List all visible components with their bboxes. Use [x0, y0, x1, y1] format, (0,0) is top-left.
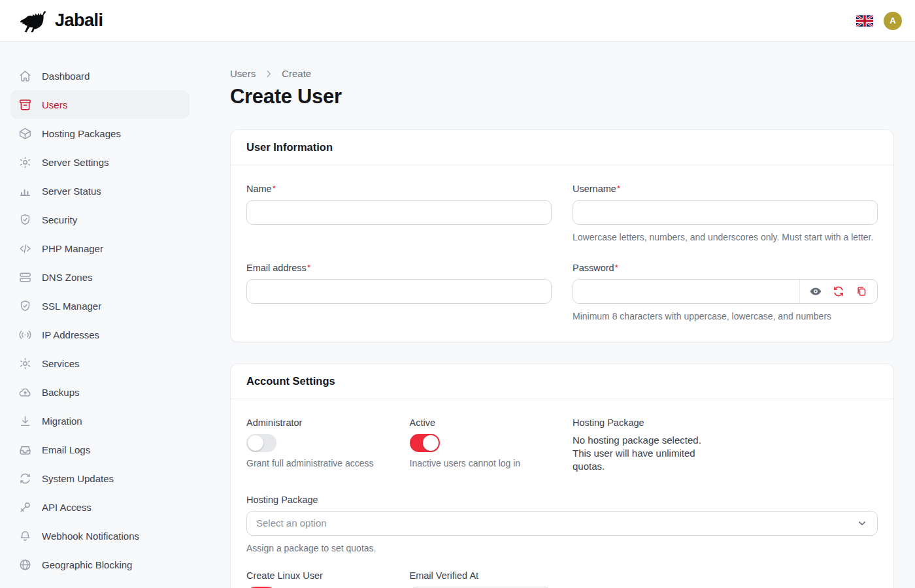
required-asterisk: * — [615, 263, 618, 272]
password-field-group: Password* — [573, 263, 878, 323]
cube-icon — [18, 127, 32, 140]
user-avatar-button[interactable]: A — [884, 12, 902, 30]
sidebar-item-server-status[interactable]: Server Status — [10, 176, 190, 205]
account-settings-card-header: Account Settings — [231, 364, 893, 399]
sidebar-item-label: Security — [42, 214, 77, 225]
email-field-group: Email address* — [246, 263, 552, 323]
sidebar-item-migration[interactable]: Migration — [10, 406, 190, 435]
email-label: Email address* — [246, 263, 552, 273]
signal-icon — [18, 328, 32, 342]
chevron-right-icon — [263, 69, 274, 79]
show-password-button[interactable] — [809, 285, 822, 298]
sidebar-item-security[interactable]: Security — [10, 205, 190, 234]
username-label: Username* — [573, 184, 878, 194]
required-asterisk: * — [617, 184, 620, 193]
sidebar-item-system-updates[interactable]: System Updates — [10, 464, 190, 493]
sidebar-item-label: API Access — [42, 502, 92, 513]
globe-icon — [18, 558, 32, 572]
user-information-card: User Information Name* Username* Lowerca… — [230, 129, 894, 342]
sidebar-item-users[interactable]: Users — [10, 90, 190, 119]
sidebar-item-label: Webhook Notifications — [42, 531, 139, 542]
cloud-arrow-up-icon — [18, 385, 32, 399]
regenerate-icon — [832, 285, 845, 298]
name-field-group: Name* — [246, 184, 552, 244]
shield-check-icon — [18, 213, 32, 227]
sidebar-item-label: Server Status — [42, 186, 101, 197]
sidebar-item-webhook-notifications[interactable]: Webhook Notifications — [10, 521, 190, 550]
language-flag-button[interactable] — [856, 15, 873, 27]
breadcrumb-current: Create — [282, 68, 311, 79]
sidebar-item-dns-zones[interactable]: DNS Zones — [10, 263, 190, 291]
active-label: Active — [410, 417, 552, 428]
copy-icon — [855, 285, 868, 298]
account-settings-card: Account Settings Administrator Grant ful… — [230, 363, 894, 588]
name-label: Name* — [246, 184, 552, 194]
uk-flag-icon — [856, 15, 873, 27]
active-help-text: Inactive users cannot log in — [410, 458, 552, 468]
sidebar-item-services[interactable]: Services — [10, 349, 190, 378]
username-field-group: Username* Lowercase letters, numbers, an… — [573, 184, 878, 244]
sidebar-item-label: PHP Manager — [42, 243, 103, 254]
sidebar-item-backups[interactable]: Backups — [10, 378, 190, 406]
archive-icon — [18, 98, 32, 112]
hosting-package-select[interactable]: Select an option — [246, 511, 878, 536]
sidebar-item-label: Geographic Blocking — [42, 559, 132, 570]
chevron-down-icon — [856, 517, 868, 529]
administrator-field-group: Administrator Grant full administrative … — [246, 417, 389, 474]
email-verified-at-field-group: Email Verified At dd/mm/yyyy — [410, 570, 552, 588]
chart-bar-icon — [18, 184, 32, 198]
inbox-icon — [18, 443, 32, 457]
bell-icon — [18, 529, 32, 543]
shield-check-icon — [18, 299, 32, 313]
administrator-label: Administrator — [246, 417, 389, 428]
sidebar-item-email-logs[interactable]: Email Logs — [10, 435, 190, 464]
sidebar-item-label: DNS Zones — [42, 272, 93, 283]
main-content: Users Create Create User User Informatio… — [199, 42, 915, 588]
sidebar-item-label: IP Addresses — [42, 329, 99, 340]
brand-name: Jabali — [55, 10, 103, 31]
sidebar-item-label: Backups — [42, 387, 80, 398]
boar-logo-icon — [17, 8, 48, 34]
brand-logo[interactable]: Jabali — [17, 8, 103, 34]
sidebar-item-label: Migration — [42, 416, 82, 427]
sidebar-item-label: Hosting Packages — [42, 128, 121, 139]
email-input[interactable] — [246, 279, 552, 304]
sidebar-item-ip-addresses[interactable]: IP Addresses — [10, 320, 190, 349]
sidebar-item-geographic-blocking[interactable]: Geographic Blocking — [10, 550, 190, 579]
sidebar-item-php-manager[interactable]: PHP Manager — [10, 234, 190, 263]
select-placeholder: Select an option — [256, 517, 327, 529]
username-input[interactable] — [573, 200, 878, 225]
sidebar-item-server-settings[interactable]: Server Settings — [10, 148, 190, 176]
sidebar-item-hosting-packages[interactable]: Hosting Packages — [10, 119, 190, 148]
user-information-card-header: User Information — [231, 130, 893, 165]
username-help-text: Lowercase letters, numbers, and undersco… — [573, 231, 878, 244]
page-title: Create User — [230, 85, 894, 108]
arrow-path-icon — [18, 472, 32, 485]
gear-icon — [18, 357, 32, 370]
sidebar-item-label: Users — [42, 99, 67, 110]
hosting-package-info-label: Hosting Package — [573, 417, 715, 428]
hosting-package-info-group: Hosting Package No hosting package selec… — [573, 417, 715, 474]
copy-password-button[interactable] — [855, 285, 868, 298]
generate-password-button[interactable] — [832, 285, 845, 298]
administrator-toggle[interactable] — [246, 434, 276, 452]
server-stack-icon — [18, 270, 32, 284]
toggle-knob — [248, 435, 263, 451]
breadcrumb-users-link[interactable]: Users — [230, 68, 256, 79]
breadcrumb: Users Create — [230, 68, 894, 79]
name-input[interactable] — [246, 200, 552, 225]
password-actions — [799, 280, 877, 303]
app-header: Jabali A — [0, 0, 915, 42]
sidebar-item-ssl-manager[interactable]: SSL Manager — [10, 291, 190, 320]
active-toggle[interactable] — [410, 434, 440, 452]
sidebar-item-label: Email Logs — [42, 444, 90, 455]
password-input-group — [573, 279, 878, 304]
sidebar-item-api-access[interactable]: API Access — [10, 493, 190, 521]
sidebar-item-dashboard[interactable]: Dashboard — [10, 61, 190, 90]
hosting-package-info-text: No hosting package selected. This user w… — [573, 434, 711, 474]
required-asterisk: * — [307, 263, 310, 272]
home-icon — [18, 69, 32, 83]
password-input[interactable] — [573, 280, 799, 303]
card-title: Account Settings — [246, 375, 878, 387]
create-linux-user-label: Create Linux User — [246, 570, 389, 581]
